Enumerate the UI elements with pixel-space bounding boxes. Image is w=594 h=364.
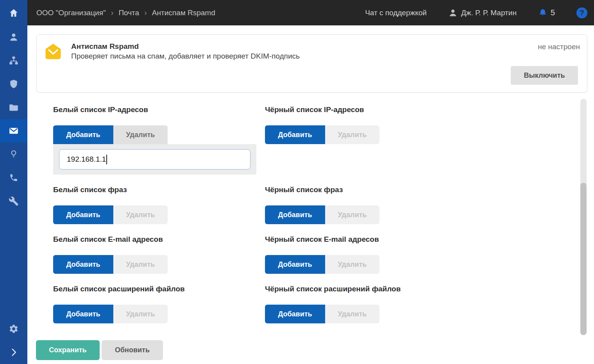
- button-pair: Добавить Удалить: [53, 125, 265, 144]
- section-blacklist-email: Чёрный список E-mail адресов Добавить Уд…: [265, 236, 401, 274]
- button-pair: Добавить Удалить: [265, 205, 401, 224]
- section-title: Чёрный список расширений файлов: [265, 285, 401, 293]
- main-content: Антиспам Rspamd Проверяет письма на спам…: [27, 25, 594, 364]
- sidebar-item-mail[interactable]: [0, 119, 27, 143]
- button-pair: Добавить Удалить: [53, 305, 265, 323]
- add-button[interactable]: Добавить: [53, 255, 113, 274]
- section-blacklist-ip: Чёрный список IP-адресов Добавить Удалит…: [265, 106, 401, 144]
- section-blacklist-extensions: Чёрный список расширений файлов Добавить…: [265, 285, 401, 323]
- add-button[interactable]: Добавить: [53, 305, 113, 323]
- section-blacklist-phrases: Чёрный список фраз Добавить Удалить: [265, 186, 401, 224]
- shield-icon: [9, 79, 19, 89]
- user-name: Дж. Р. Р. Мартин: [461, 9, 517, 17]
- breadcrumb-organization[interactable]: ООО "Организация": [36, 9, 106, 17]
- section-title: Чёрный список фраз: [265, 186, 401, 194]
- section-title: Чёрный список IP-адресов: [265, 106, 401, 114]
- sidebar-item-expand[interactable]: [0, 341, 27, 364]
- section-whitelist-phrases: Белый список фраз Добавить Удалить: [53, 186, 265, 224]
- breadcrumb-separator: ›: [111, 8, 114, 17]
- button-pair: Добавить Удалить: [265, 125, 401, 144]
- refresh-button[interactable]: Обновить: [102, 340, 163, 360]
- form-actions: Сохранить Обновить: [36, 340, 163, 360]
- help-button[interactable]: ?: [576, 7, 587, 18]
- add-button[interactable]: Добавить: [53, 125, 113, 144]
- section-whitelist-ip: Белый список IP-адресов Добавить Удалить: [53, 106, 265, 175]
- scrollbar-track[interactable]: [580, 99, 587, 335]
- phone-icon: [9, 173, 19, 183]
- remove-button[interactable]: Удалить: [113, 125, 168, 144]
- home-icon: [9, 8, 19, 18]
- remove-button: Удалить: [113, 205, 168, 224]
- sidebar-item-structure[interactable]: [0, 49, 27, 72]
- section-title: Белый список расширений файлов: [53, 285, 265, 293]
- remove-button: Удалить: [325, 125, 379, 144]
- breadcrumb-separator: ›: [144, 8, 147, 17]
- support-chat-link[interactable]: Чат с поддержкой: [365, 9, 427, 17]
- sidebar-item-users[interactable]: [0, 25, 27, 49]
- mail-icon: [9, 126, 19, 136]
- lightbulb-icon: [9, 149, 19, 159]
- notifications-count: 5: [551, 8, 555, 17]
- breadcrumb: ООО "Организация" › Почта › Антиспам Rsp…: [36, 8, 215, 17]
- sidebar-item-tools[interactable]: [0, 189, 27, 213]
- bell-icon: [538, 8, 547, 18]
- module-status: не настроен: [538, 43, 580, 51]
- spam-lists-form: Белый список IP-адресов Добавить Удалить…: [53, 106, 401, 335]
- breadcrumb-current-page: Антиспам Rspamd: [152, 9, 215, 17]
- sidebar-item-home[interactable]: [0, 0, 27, 25]
- sidebar-item-ideas[interactable]: [0, 143, 27, 166]
- add-button[interactable]: Добавить: [265, 125, 325, 144]
- module-card: Антиспам Rspamd Проверяет письма на спам…: [36, 34, 587, 93]
- sidebar: [0, 0, 27, 364]
- notifications-button[interactable]: 5: [538, 8, 555, 18]
- wrench-icon: [9, 196, 19, 206]
- module-subtitle: Проверяет письма на спам, добавляет и пр…: [71, 52, 300, 61]
- save-button[interactable]: Сохранить: [36, 340, 100, 360]
- topbar: ООО "Организация" › Почта › Антиспам Rsp…: [27, 0, 594, 25]
- add-button[interactable]: Добавить: [53, 205, 113, 224]
- section-title: Белый список IP-адресов: [53, 106, 265, 114]
- module-title: Антиспам Rspamd: [71, 42, 139, 51]
- sidebar-item-phone[interactable]: [0, 166, 27, 189]
- add-button[interactable]: Добавить: [265, 205, 325, 224]
- section-title: Чёрный список E-mail адресов: [265, 236, 401, 243]
- question-mark-icon: ?: [580, 9, 584, 17]
- remove-button: Удалить: [113, 255, 168, 274]
- yellow-envelope-icon: [44, 43, 62, 61]
- remove-button: Удалить: [325, 305, 379, 323]
- remove-button: Удалить: [113, 305, 168, 323]
- sidebar-item-settings[interactable]: [0, 317, 27, 341]
- structure-icon: [9, 55, 19, 66]
- new-ip-panel: [53, 144, 256, 175]
- add-button[interactable]: Добавить: [265, 255, 325, 274]
- chevron-right-icon: [9, 347, 19, 357]
- new-ip-field-wrap: [59, 149, 250, 170]
- user-avatar-icon: [448, 8, 458, 18]
- button-pair: Добавить Удалить: [265, 255, 401, 274]
- module-toggle-button[interactable]: Выключить: [511, 66, 578, 85]
- section-whitelist-email: Белый список E-mail адресов Добавить Уда…: [53, 236, 265, 274]
- section-whitelist-extensions: Белый список расширений файлов Добавить …: [53, 285, 265, 323]
- section-title: Белый список E-mail адресов: [53, 236, 265, 243]
- text-cursor: [106, 155, 107, 164]
- remove-button: Удалить: [325, 255, 379, 274]
- add-button[interactable]: Добавить: [265, 305, 325, 323]
- page: ООО "Организация" › Почта › Антиспам Rsp…: [0, 0, 594, 364]
- sidebar-item-security[interactable]: [0, 72, 27, 96]
- button-pair: Добавить Удалить: [53, 205, 265, 224]
- button-pair: Добавить Удалить: [265, 305, 401, 323]
- sidebar-item-files[interactable]: [0, 96, 27, 119]
- breadcrumb-mail[interactable]: Почта: [118, 9, 139, 17]
- topbar-right: Чат с поддержкой Дж. Р. Р. Мартин 5 ?: [365, 7, 587, 18]
- scrollbar-thumb[interactable]: [580, 183, 587, 335]
- new-ip-input[interactable]: [59, 149, 250, 170]
- folder-icon: [9, 102, 19, 112]
- sidebar-bottom: [0, 317, 27, 364]
- gear-icon: [9, 324, 19, 334]
- section-title: Белый список фраз: [53, 186, 265, 194]
- button-pair: Добавить Удалить: [53, 255, 265, 274]
- user-icon: [9, 32, 19, 42]
- remove-button: Удалить: [325, 205, 379, 224]
- user-menu[interactable]: Дж. Р. Р. Мартин: [448, 8, 517, 18]
